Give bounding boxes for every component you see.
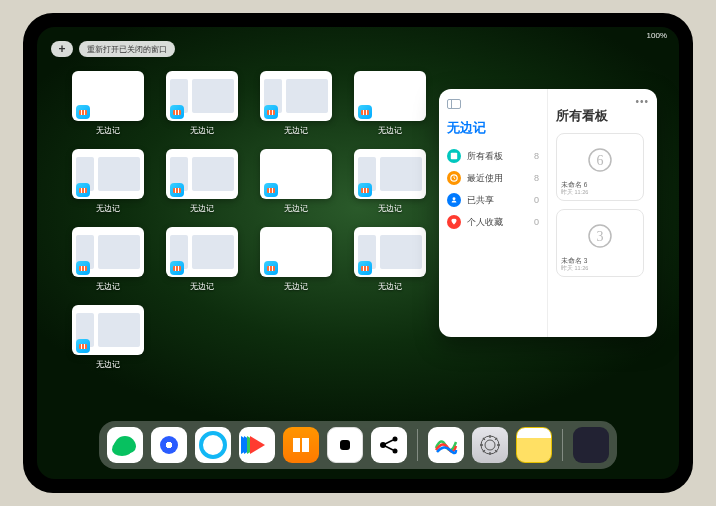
sidebar-item-icon (447, 149, 461, 163)
thumbnail-window (72, 71, 144, 121)
sidebar-item-label: 所有看板 (467, 150, 528, 163)
panel-sidebar: 无边记 所有看板 8 最近使用 8 已共享 0 个人收藏 0 (439, 89, 547, 337)
svg-text:6: 6 (597, 153, 604, 168)
svg-point-7 (380, 442, 386, 448)
sidebar-item-label: 已共享 (467, 194, 528, 207)
freeform-app-icon (358, 261, 372, 275)
sidebar-item-count: 8 (534, 151, 539, 161)
dock-app-nodes[interactable] (371, 427, 407, 463)
freeform-app-icon (358, 183, 372, 197)
thumbnail-label: 无边记 (284, 203, 308, 214)
freeform-panel: 无边记 所有看板 8 最近使用 8 已共享 0 个人收藏 0 ••• 所有看板 … (439, 89, 657, 337)
freeform-app-icon (170, 183, 184, 197)
sidebar-item-count: 0 (534, 217, 539, 227)
freeform-app-icon (170, 261, 184, 275)
sidebar-item-icon (447, 215, 461, 229)
app-thumbnail[interactable]: 无边记 (351, 227, 429, 297)
sidebar-item[interactable]: 所有看板 8 (447, 145, 539, 167)
svg-point-9 (393, 449, 398, 454)
app-thumbnail[interactable]: 无边记 (69, 227, 147, 297)
app-thumbnail[interactable]: 无边记 (163, 149, 241, 219)
freeform-app-icon (358, 105, 372, 119)
svg-point-2 (453, 197, 456, 200)
dock-app-qq[interactable] (195, 427, 231, 463)
sidebar-item-icon (447, 171, 461, 185)
thumbnail-window (354, 71, 426, 121)
panel-app-title: 无边记 (447, 119, 539, 137)
app-switcher-grid: 无边记 无边记 无边记 无边记 无边记 无边记 无边记 无边记 无边记 无边记 (69, 71, 429, 375)
freeform-app-icon (76, 261, 90, 275)
app-thumbnail[interactable]: 无边记 (163, 227, 241, 297)
svg-point-11 (485, 440, 495, 450)
thumbnail-window (260, 149, 332, 199)
freeform-app-icon (76, 105, 90, 119)
thumbnail-window (72, 305, 144, 355)
thumbnail-label: 无边记 (378, 125, 402, 136)
app-thumbnail[interactable]: 无边记 (163, 71, 241, 141)
panel-content: ••• 所有看板 6 未命名 6 昨天 11:26 3 未命名 3 昨天 11:… (547, 89, 657, 337)
dock-app-books[interactable] (283, 427, 319, 463)
sidebar-item[interactable]: 个人收藏 0 (447, 211, 539, 233)
top-bar: + 重新打开已关闭的窗口 (51, 41, 175, 57)
sidebar-item[interactable]: 最近使用 8 (447, 167, 539, 189)
sidebar-item-count: 0 (534, 195, 539, 205)
sidebar-item[interactable]: 已共享 0 (447, 189, 539, 211)
new-window-button[interactable]: + (51, 41, 73, 57)
dock-app-settings[interactable] (472, 427, 508, 463)
thumbnail-window (354, 227, 426, 277)
thumbnail-label: 无边记 (96, 281, 120, 292)
dock-app-notes[interactable] (516, 427, 552, 463)
thumbnail-label: 无边记 (190, 203, 214, 214)
thumbnail-window (166, 71, 238, 121)
dock-app-dice[interactable] (327, 427, 363, 463)
board-name: 未命名 3 (561, 257, 639, 265)
panel-section-title: 所有看板 (556, 107, 649, 125)
app-thumbnail[interactable]: 无边记 (257, 71, 335, 141)
board-card[interactable]: 3 未命名 3 昨天 11:26 (556, 209, 644, 277)
reopen-label: 重新打开已关闭的窗口 (87, 44, 167, 55)
more-icon[interactable]: ••• (635, 99, 649, 105)
dock-app-wechat[interactable] (107, 427, 143, 463)
thumbnail-label: 无边记 (284, 125, 308, 136)
board-time: 昨天 11:26 (561, 265, 639, 272)
board-preview: 6 (561, 138, 639, 181)
freeform-app-icon (264, 261, 278, 275)
thumbnail-label: 无边记 (96, 203, 120, 214)
thumbnail-window (260, 71, 332, 121)
svg-point-8 (393, 437, 398, 442)
app-thumbnail[interactable]: 无边记 (69, 149, 147, 219)
dock-app-play[interactable] (239, 427, 275, 463)
sidebar-item-label: 个人收藏 (467, 216, 528, 229)
thumbnail-window (260, 227, 332, 277)
thumbnail-label: 无边记 (378, 281, 402, 292)
app-thumbnail[interactable]: 无边记 (257, 227, 335, 297)
app-thumbnail[interactable]: 无边记 (351, 71, 429, 141)
thumbnail-window (354, 149, 426, 199)
sidebar-item-count: 8 (534, 173, 539, 183)
app-thumbnail[interactable]: 无边记 (257, 149, 335, 219)
svg-rect-0 (451, 153, 457, 159)
thumbnail-window (166, 227, 238, 277)
sidebar-item-icon (447, 193, 461, 207)
battery-text: 100% (647, 31, 667, 40)
dock-app-freeform[interactable] (428, 427, 464, 463)
sidebar-toggle-icon[interactable] (447, 99, 461, 109)
board-preview: 3 (561, 214, 639, 257)
app-thumbnail[interactable]: 无边记 (351, 149, 429, 219)
freeform-app-icon (264, 183, 278, 197)
dock-app-library[interactable] (573, 427, 609, 463)
board-time: 昨天 11:26 (561, 189, 639, 196)
thumbnail-label: 无边记 (96, 125, 120, 136)
dock-app-qqb[interactable] (151, 427, 187, 463)
thumbnail-window (166, 149, 238, 199)
dock (99, 421, 617, 469)
thumbnail-window (72, 227, 144, 277)
thumbnail-label: 无边记 (378, 203, 402, 214)
app-thumbnail[interactable]: 无边记 (69, 305, 147, 375)
board-card[interactable]: 6 未命名 6 昨天 11:26 (556, 133, 644, 201)
freeform-app-icon (170, 105, 184, 119)
reopen-closed-window-button[interactable]: 重新打开已关闭的窗口 (79, 41, 175, 57)
dock-divider (417, 429, 418, 461)
app-thumbnail[interactable]: 无边记 (69, 71, 147, 141)
freeform-app-icon (76, 183, 90, 197)
